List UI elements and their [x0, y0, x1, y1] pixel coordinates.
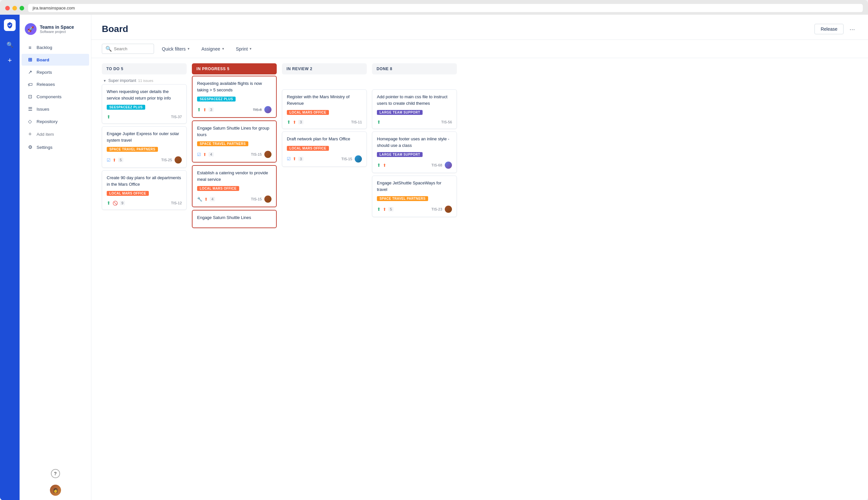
assignee-filter-button[interactable]: Assignee ▾ — [197, 44, 228, 54]
avatar — [445, 206, 452, 213]
card-todo-2[interactable]: Engage Jupiter Express for outer solar s… — [102, 126, 187, 168]
project-header: 🚀 Teams in Space Software project — [20, 20, 91, 42]
browser-chrome: jira.teamsinspace.com — [0, 0, 868, 15]
story-points: 5 — [118, 158, 123, 162]
releases-icon: 🏷 — [27, 82, 33, 87]
sidebar-item-label: Settings — [36, 145, 53, 150]
chevron-down-icon: ▾ — [222, 47, 224, 51]
card-footer: ⬆ TIS-37 — [107, 114, 182, 120]
priority-icon: ⬆ — [293, 156, 296, 161]
minimize-dot[interactable] — [12, 6, 17, 10]
checkbox-icon: ☑ — [107, 158, 111, 162]
avatar — [445, 161, 452, 169]
sidebar-item-issues[interactable]: ☰ Issues — [22, 103, 89, 115]
sidebar-item-label: Components — [36, 94, 62, 99]
story-points: 3 — [298, 157, 304, 161]
issue-id: TIS-12 — [171, 201, 182, 205]
project-name: Teams in Space — [40, 24, 74, 30]
column-header-done: DONE 8 — [372, 63, 457, 75]
board-header: Board Release ··· — [91, 15, 868, 40]
story-points: 5 — [388, 207, 393, 212]
sidebar-item-repository[interactable]: ◇ Repository — [22, 115, 89, 127]
help-icon[interactable]: ? — [51, 469, 60, 478]
card-label: SPACE TRAVEL PARTNERS — [107, 147, 158, 152]
search-box[interactable]: 🔍 — [102, 44, 154, 54]
nav-sidebar: 🚀 Teams in Space Software project ≡ Back… — [20, 15, 91, 500]
logo-icon[interactable] — [4, 19, 16, 31]
create-icon[interactable]: + — [5, 56, 14, 65]
sidebar-item-settings[interactable]: ⚙ Settings — [22, 141, 89, 153]
card-footer: ⬆ TIS-56 — [377, 120, 452, 125]
card-footer: ⬆ ⬆ 3 TIS-11 — [287, 120, 362, 125]
group-label: ▼ Super important 11 issues — [102, 76, 187, 84]
collapse-icon[interactable]: ▼ — [103, 79, 106, 82]
sidebar-item-components[interactable]: ⊡ Components — [22, 91, 89, 102]
avatar — [355, 155, 362, 162]
story-points: 4 — [210, 197, 215, 201]
search-icon[interactable]: 🔍 — [5, 40, 14, 49]
card-label: LARGE TEAM SUPPORT — [377, 152, 423, 157]
card-inprogress-3[interactable]: Establish a catering vendor to provide m… — [192, 165, 277, 207]
issue-id: TIS-15 — [341, 157, 352, 161]
card-title: Register with the Mars Ministry of Reven… — [287, 94, 362, 106]
group-name: Super important — [108, 78, 136, 83]
release-button[interactable]: Release — [814, 24, 844, 34]
sidebar-item-reports[interactable]: ↗ Reports — [22, 66, 89, 78]
card-footer: ⬆ ⬆ 5 TIS-23 — [377, 206, 452, 213]
sidebar-item-releases[interactable]: 🏷 Releases — [22, 79, 89, 90]
priority-icon: ⬆ — [383, 207, 386, 212]
priority-icon: ⬆ — [204, 197, 208, 202]
maximize-dot[interactable] — [20, 6, 24, 10]
card-footer: ☑ ⬆ 4 TIS-15 — [197, 151, 272, 158]
url-bar[interactable]: jira.teamsinspace.com — [28, 4, 863, 12]
more-options-button[interactable]: ··· — [847, 24, 858, 34]
card-label: LOCAL MARS OFFICE — [197, 186, 239, 191]
column-title: DONE — [377, 67, 389, 71]
card-label: SEESPACEEZ PLUS — [107, 105, 145, 110]
story-points: 4 — [208, 152, 214, 157]
backlog-icon: ≡ — [27, 45, 33, 50]
column-count: 5 — [227, 67, 229, 71]
card-inprogress-4[interactable]: Engage Saturn Shuttle Lines — [192, 210, 277, 228]
column-in-review: IN REVIEW 2 Register with the Mars Minis… — [282, 63, 367, 169]
issue-id: TIS-8 — [253, 108, 262, 112]
card-label: SPACE TRAVEL PARTNERS — [377, 196, 428, 201]
column-done: DONE 8 Add pointer to main css file to i… — [372, 63, 457, 220]
card-inprogress-1[interactable]: Requesting available flights is now taki… — [192, 76, 277, 118]
card-done-2[interactable]: Homepage footer uses an inline style - s… — [372, 132, 457, 173]
sidebar-item-label: Repository — [36, 119, 58, 124]
column-count: 2 — [310, 67, 312, 71]
page-title: Board — [102, 24, 128, 34]
search-input[interactable] — [114, 46, 150, 51]
user-avatar[interactable]: 👩 — [50, 485, 61, 496]
project-avatar: 🚀 — [25, 23, 36, 35]
sidebar-item-add-item[interactable]: + Add item — [22, 128, 89, 141]
assignee-label: Assignee — [201, 46, 220, 52]
avatar — [264, 106, 272, 113]
column-in-progress: IN PROGRESS 5 Requesting available fligh… — [192, 63, 277, 231]
sidebar-item-label: Add item — [36, 132, 54, 137]
checkbox-icon: ☑ — [287, 156, 291, 161]
card-label: LOCAL MARS OFFICE — [287, 110, 329, 115]
quick-filters-button[interactable]: Quick filters ▾ — [158, 44, 194, 54]
card-inreview-2[interactable]: Draft network plan for Mars Office LOCAL… — [282, 132, 367, 167]
app-wrapper: 🔍 + 🚀 Teams in Space Software project ≡ … — [0, 15, 868, 500]
priority-icon: ⬆ — [293, 120, 296, 125]
card-todo-1[interactable]: When requesting user details the service… — [102, 84, 187, 124]
card-title: Engage JetShuttle SpaceWays for travel — [377, 180, 452, 193]
column-title: TO DO — [106, 67, 120, 71]
card-inprogress-2[interactable]: Engage Saturn Shuttle Lines for group to… — [192, 121, 277, 162]
card-done-3[interactable]: Engage JetShuttle SpaceWays for travel S… — [372, 175, 457, 217]
story-icon: ⬆ — [287, 120, 291, 125]
close-dot[interactable] — [5, 6, 10, 10]
card-label: SEESPACEEZ PLUS — [197, 96, 236, 102]
sprint-filter-button[interactable]: Sprint ▾ — [232, 44, 256, 54]
sidebar-item-board[interactable]: ⊞ Board — [22, 54, 89, 66]
sidebar-item-backlog[interactable]: ≡ Backlog — [22, 42, 89, 53]
checkbox-icon: ☑ — [197, 152, 201, 157]
card-done-1[interactable]: Add pointer to main css file to instruct… — [372, 89, 457, 129]
issues-icon: ☰ — [27, 106, 33, 112]
card-inreview-1[interactable]: Register with the Mars Ministry of Reven… — [282, 89, 367, 129]
wrench-icon: 🔧 — [197, 197, 202, 202]
card-todo-3[interactable]: Create 90 day plans for all departments … — [102, 170, 187, 210]
